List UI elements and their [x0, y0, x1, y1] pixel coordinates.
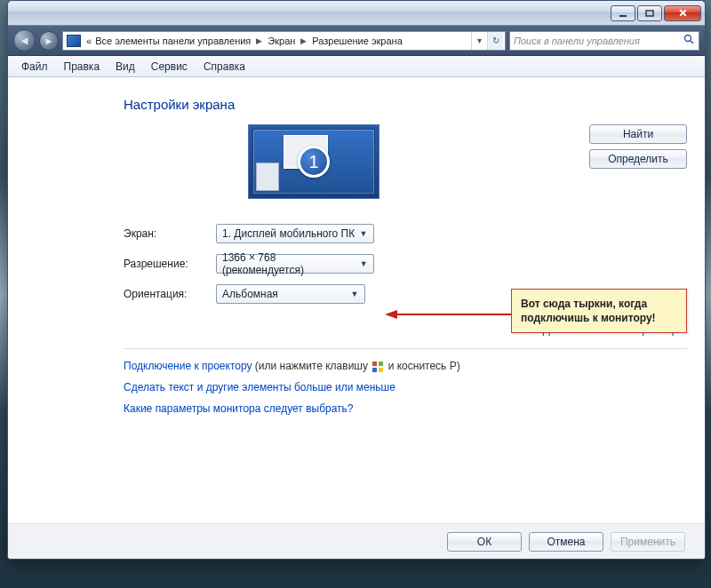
- orientation-select[interactable]: Альбомная ▼: [216, 284, 365, 304]
- help-links: Подключение к проектору (или нажмите кла…: [124, 360, 687, 415]
- callout-line2: подключишь к монитору!: [521, 312, 656, 324]
- titlebar: [8, 1, 705, 26]
- windows-key-icon: [372, 362, 383, 372]
- minimize-button[interactable]: [611, 5, 635, 21]
- svg-rect-6: [372, 368, 377, 372]
- menubar: Файл Правка Вид Сервис Справка: [8, 56, 705, 77]
- dialog-footer: ОК Отмена Применить: [8, 523, 705, 559]
- chevron-right-icon: ▶: [297, 36, 310, 45]
- svg-rect-4: [372, 362, 377, 366]
- maximize-button[interactable]: [637, 5, 662, 21]
- display-preview-row: 1 Найти Определить: [124, 124, 687, 199]
- breadcrumb-item[interactable]: Разрешение экрана: [310, 36, 403, 46]
- close-button[interactable]: [664, 5, 701, 21]
- svg-rect-7: [379, 368, 383, 372]
- resolution-label: Разрешение:: [124, 258, 204, 270]
- callout-line1: Вот сюда тыркни, когда: [521, 298, 647, 310]
- monitor-preview[interactable]: 1: [248, 124, 379, 199]
- monitor-number-badge: 1: [298, 146, 330, 178]
- menu-help[interactable]: Справка: [196, 56, 253, 76]
- svg-point-2: [685, 36, 691, 42]
- divider: [124, 348, 687, 349]
- svg-line-3: [691, 41, 693, 44]
- svg-rect-0: [619, 15, 627, 17]
- display-select[interactable]: 1. Дисплей мобильного ПК ▼: [216, 224, 374, 243]
- apply-button: Применить: [611, 532, 685, 552]
- which-monitor-link[interactable]: Какие параметры монитора следует выбрать…: [124, 402, 354, 415]
- projector-hint-1: (или нажмите клавишу: [252, 360, 371, 372]
- page-title: Настройки экрана: [124, 97, 687, 112]
- breadcrumb-item[interactable]: Все элементы панели управления: [93, 36, 252, 46]
- navbar: ◄ ► « Все элементы панели управления ▶ Э…: [8, 26, 705, 56]
- desktop-thumb-icon: [256, 163, 279, 191]
- resolution-select-value: 1366 × 768 (рекомендуется): [222, 251, 357, 276]
- control-panel-window: ◄ ► « Все элементы панели управления ▶ Э…: [7, 0, 706, 560]
- cancel-button[interactable]: Отмена: [529, 532, 603, 552]
- address-dropdown-button[interactable]: ▾: [471, 32, 487, 50]
- chevron-down-icon: ▼: [357, 259, 370, 268]
- content-area: Настройки экрана 1 Найти Определить Экра…: [8, 77, 705, 523]
- breadcrumb-item[interactable]: Экран: [266, 36, 297, 46]
- detect-button[interactable]: Определить: [589, 149, 687, 169]
- projector-link[interactable]: Подключение к проектору: [124, 360, 252, 372]
- breadcrumb-root[interactable]: «: [84, 36, 93, 46]
- menu-edit[interactable]: Правка: [56, 56, 108, 76]
- resolution-select[interactable]: 1366 × 768 (рекомендуется) ▼: [216, 254, 374, 274]
- chevron-down-icon: ▼: [357, 229, 370, 238]
- svg-rect-5: [379, 362, 383, 366]
- display-select-value: 1. Дисплей мобильного ПК: [222, 227, 355, 240]
- search-icon[interactable]: [683, 34, 695, 47]
- display-label: Экран:: [124, 227, 204, 240]
- svg-rect-1: [646, 11, 653, 16]
- chevron-down-icon: ▼: [348, 290, 361, 298]
- search-input[interactable]: Поиск в панели управления: [509, 31, 699, 51]
- chevron-right-icon: ▶: [252, 36, 266, 45]
- annotation-callout: Вот сюда тыркни, когда подключишь к мони…: [511, 289, 687, 333]
- menu-file[interactable]: Файл: [13, 56, 56, 76]
- menu-view[interactable]: Вид: [108, 56, 143, 76]
- address-bar[interactable]: « Все элементы панели управления ▶ Экран…: [62, 31, 506, 51]
- refresh-button[interactable]: ↻: [487, 32, 503, 50]
- search-placeholder: Поиск в панели управления: [514, 36, 640, 46]
- orientation-select-value: Альбомная: [222, 288, 278, 300]
- orientation-label: Ориентация:: [124, 288, 204, 300]
- control-panel-icon: [67, 35, 81, 47]
- menu-service[interactable]: Сервис: [143, 56, 196, 76]
- projector-hint-2: и коснитесь Р): [385, 360, 459, 372]
- back-button[interactable]: ◄: [13, 29, 36, 52]
- annotation-arrow: [385, 309, 518, 320]
- ok-button[interactable]: ОК: [447, 532, 522, 552]
- find-button[interactable]: Найти: [589, 124, 687, 144]
- svg-marker-9: [385, 310, 397, 319]
- text-size-link[interactable]: Сделать текст и другие элементы больше и…: [124, 381, 395, 393]
- forward-button[interactable]: ►: [39, 31, 59, 51]
